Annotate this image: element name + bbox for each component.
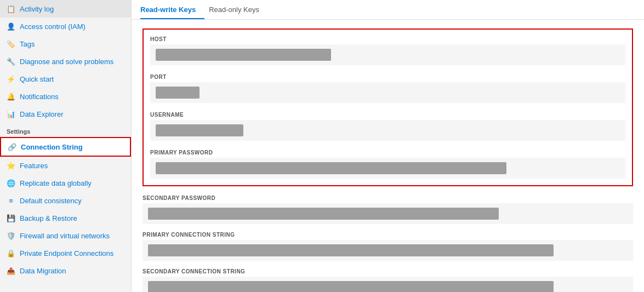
secondary-connection-string-field-group: SECONDARY CONNECTION STRING: [143, 268, 633, 292]
port-value: [156, 87, 200, 99]
secondary-password-field-group: SECONDARY PASSWORD: [143, 195, 633, 224]
features-icon: ⭐: [7, 161, 15, 170]
sidebar-item-access-control[interactable]: 👤 Access control (IAM): [0, 18, 131, 35]
sidebar-item-features[interactable]: ⭐ Features: [0, 157, 131, 174]
sidebar-item-label: Data Migration: [20, 267, 66, 275]
sidebar-item-default-consistency[interactable]: ≡ Default consistency: [0, 192, 131, 209]
sidebar-item-replicate-data[interactable]: 🌐 Replicate data globally: [0, 174, 131, 192]
sidebar-item-label: Connection String: [21, 143, 83, 151]
tab-read-write[interactable]: Read-write Keys: [140, 0, 204, 19]
main-content: Read-write Keys Read-only Keys HOST PORT: [132, 0, 644, 292]
sidebar-item-label: Private Endpoint Connections: [20, 249, 113, 257]
default-consistency-icon: ≡: [7, 196, 15, 205]
diagnose-icon: 🔧: [7, 57, 15, 66]
primary-cs-row: [143, 240, 633, 261]
secondary-password-row: [143, 203, 633, 224]
primary-cs-label: PRIMARY CONNECTION STRING: [143, 232, 633, 238]
sidebar-item-data-explorer[interactable]: 📊 Data Explorer: [0, 105, 131, 123]
sidebar: 📋 Activity log 👤 Access control (IAM) 🏷️…: [0, 0, 132, 292]
activity-log-icon: 📋: [7, 4, 15, 13]
primary-credentials-box: HOST PORT USERNAME PRIM: [143, 28, 633, 186]
host-value: [156, 49, 331, 61]
primary-password-value: [156, 162, 506, 174]
sidebar-item-firewall[interactable]: 🛡️ Firewall and virtual networks: [0, 227, 131, 244]
tags-icon: 🏷️: [7, 39, 15, 48]
sidebar-item-label: Backup & Restore: [20, 214, 77, 222]
settings-label: Settings: [0, 123, 131, 137]
sidebar-item-label: Replicate data globally: [20, 179, 92, 187]
quick-start-icon: ⚡: [7, 75, 15, 83]
secondary-cs-label: SECONDARY CONNECTION STRING: [143, 268, 633, 274]
sidebar-item-tags[interactable]: 🏷️ Tags: [0, 35, 131, 53]
replicate-data-icon: 🌐: [7, 179, 15, 187]
secondary-password-label: SECONDARY PASSWORD: [143, 195, 633, 201]
primary-password-row: [150, 158, 625, 179]
sidebar-item-data-migration[interactable]: 📤 Data Migration: [0, 262, 131, 279]
tab-read-only[interactable]: Read-only Keys: [209, 0, 268, 19]
port-row: [150, 82, 625, 103]
sidebar-item-quick-start[interactable]: ⚡ Quick start: [0, 70, 131, 88]
port-label: PORT: [150, 74, 625, 80]
primary-connection-string-field-group: PRIMARY CONNECTION STRING: [143, 232, 633, 261]
sidebar-item-label: Data Explorer: [20, 110, 63, 118]
port-field-group: PORT: [150, 74, 625, 103]
sidebar-item-label: Notifications: [20, 93, 59, 101]
sidebar-item-label: Firewall and virtual networks: [20, 232, 110, 240]
content-area: HOST PORT USERNAME PRIM: [132, 20, 644, 292]
secondary-password-value: [148, 208, 499, 220]
username-row: [150, 120, 625, 141]
sidebar-item-label: Tags: [20, 40, 35, 48]
sidebar-item-label: Quick start: [20, 75, 54, 83]
secondary-cs-row: [143, 277, 633, 292]
sidebar-item-backup-restore[interactable]: 💾 Backup & Restore: [0, 209, 131, 227]
connection-string-icon: 🔗: [8, 142, 16, 151]
sidebar-item-label: Features: [20, 162, 48, 170]
host-label: HOST: [150, 36, 625, 42]
sidebar-item-activity-log[interactable]: 📋 Activity log: [0, 0, 131, 18]
secondary-cs-value: [148, 281, 554, 292]
backup-restore-icon: 💾: [7, 214, 15, 222]
primary-password-field-group: PRIMARY PASSWORD: [150, 150, 625, 179]
primary-password-label: PRIMARY PASSWORD: [150, 150, 625, 156]
private-endpoint-icon: 🔒: [7, 249, 15, 257]
sidebar-item-connection-string[interactable]: 🔗 Connection String: [0, 137, 131, 157]
username-field-group: USERNAME: [150, 112, 625, 141]
sidebar-item-label: Diagnose and solve problems: [20, 58, 113, 66]
host-row: [150, 44, 625, 65]
sidebar-item-label: Activity log: [20, 5, 54, 13]
sidebar-item-label: Access control (IAM): [20, 22, 86, 31]
sidebar-item-notifications[interactable]: 🔔 Notifications: [0, 88, 131, 105]
sidebar-item-label: Default consistency: [20, 197, 82, 205]
username-label: USERNAME: [150, 112, 625, 118]
sidebar-item-diagnose[interactable]: 🔧 Diagnose and solve problems: [0, 53, 131, 70]
host-field-group: HOST: [150, 36, 625, 65]
primary-cs-value: [148, 244, 554, 256]
firewall-icon: 🛡️: [7, 231, 15, 240]
access-control-icon: 👤: [7, 22, 15, 31]
sidebar-item-private-endpoint[interactable]: 🔒 Private Endpoint Connections: [0, 244, 131, 262]
tabs-bar: Read-write Keys Read-only Keys: [132, 0, 644, 20]
notifications-icon: 🔔: [7, 92, 15, 101]
username-value: [156, 124, 243, 136]
data-migration-icon: 📤: [7, 266, 15, 275]
data-explorer-icon: 📊: [7, 110, 15, 118]
